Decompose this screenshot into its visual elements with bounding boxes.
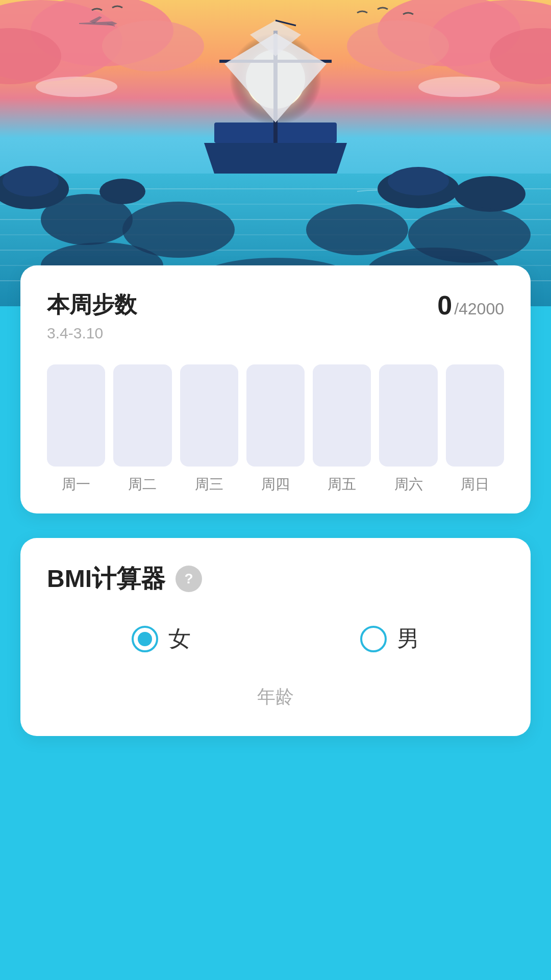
bar-day-label: 周四 — [261, 475, 290, 494]
radio-female-outer[interactable] — [132, 626, 158, 652]
bmi-header: BMI计算器 ? — [47, 562, 504, 595]
bar-day-label: 周二 — [128, 475, 157, 494]
bar-day-label: 周五 — [328, 475, 356, 494]
bar-wrapper — [379, 364, 437, 467]
steps-count: 0 /42000 — [437, 290, 504, 321]
gender-male[interactable]: 男 — [360, 624, 419, 654]
gender-female-label: 女 — [168, 624, 191, 654]
svg-point-6 — [102, 20, 204, 71]
svg-point-11 — [36, 77, 117, 97]
bar-day-label: 周一 — [62, 475, 90, 494]
steps-card-header: 本周步数 0 /42000 — [47, 290, 504, 321]
bar — [180, 364, 238, 467]
bar — [47, 364, 105, 467]
bar-wrapper — [313, 364, 371, 467]
bar-day-label: 周六 — [394, 475, 423, 494]
bmi-card: BMI计算器 ? 女 男 年龄 — [20, 538, 531, 736]
svg-point-31 — [388, 167, 449, 195]
gender-row: 女 男 — [47, 624, 504, 654]
bar-wrapper — [180, 364, 238, 467]
bar-wrapper — [113, 364, 171, 467]
bar-item: 周四 — [246, 364, 305, 487]
svg-point-32 — [454, 176, 525, 212]
bar — [379, 364, 437, 467]
bar — [313, 364, 371, 467]
bar-item: 周三 — [180, 364, 238, 487]
help-icon[interactable]: ? — [176, 566, 202, 592]
hero-banner: 162ec1c1 — [0, 0, 551, 306]
svg-point-12 — [418, 77, 500, 97]
bar-wrapper — [446, 364, 504, 467]
main-content: 本周步数 0 /42000 3.4-3.10 周一周二周三周四周五周六周日 BM… — [0, 265, 551, 777]
steps-card: 本周步数 0 /42000 3.4-3.10 周一周二周三周四周五周六周日 — [20, 265, 531, 513]
bar — [446, 364, 504, 467]
scene-svg — [0, 0, 551, 306]
bar-item: 周二 — [113, 364, 171, 487]
bar-day-label: 周日 — [461, 475, 489, 494]
gender-male-label: 男 — [397, 624, 419, 654]
bar-chart: 周一周二周三周四周五周六周日 — [47, 364, 504, 487]
bar-wrapper — [47, 364, 105, 467]
age-label: 年龄 — [47, 684, 504, 709]
bar-item: 周一 — [47, 364, 105, 487]
date-range: 3.4-3.10 — [47, 325, 504, 342]
bar-wrapper — [246, 364, 305, 467]
steps-number: 0 — [437, 290, 452, 321]
svg-point-26 — [3, 166, 59, 197]
radio-male-outer[interactable] — [360, 626, 387, 652]
radio-female-inner — [138, 632, 152, 646]
bar-item: 周日 — [446, 364, 504, 487]
bar — [113, 364, 171, 467]
svg-point-28 — [41, 194, 133, 245]
bar-day-label: 周三 — [195, 475, 223, 494]
bar-item: 周六 — [379, 364, 437, 487]
bmi-title: BMI计算器 — [47, 562, 165, 595]
steps-total: /42000 — [454, 300, 504, 318]
svg-point-10 — [347, 20, 449, 71]
bar — [246, 364, 305, 467]
gender-female[interactable]: 女 — [132, 624, 191, 654]
bar-item: 周五 — [313, 364, 371, 487]
svg-point-33 — [306, 204, 408, 255]
steps-title: 本周步数 — [47, 290, 137, 320]
